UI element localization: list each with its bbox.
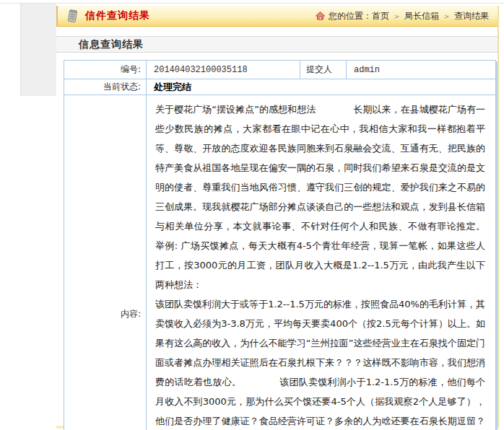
content-label: 内容: bbox=[64, 95, 147, 430]
page-header-bar: 信件查询结果 您的位置： 首页 ＞ 局长信箱 ＞ 查询结果 bbox=[56, 6, 498, 27]
content-cell: 关于樱花广场“摆设摊点”的感想和想法 长期以来，在县城樱花广场有一些少数民族的摊… bbox=[147, 95, 496, 430]
submitter-value: admin bbox=[347, 61, 496, 79]
page-top-divider bbox=[0, 3, 504, 4]
content-paragraph-2: 该团队卖馍利润大于或等于1.2--1.5万元的标准，按照食品40%的毛利计算，其… bbox=[155, 294, 485, 430]
home-icon bbox=[316, 12, 325, 20]
status-label: 当前状态: bbox=[64, 79, 147, 95]
table-row-status: 当前状态: 处理完结 bbox=[64, 79, 496, 95]
number-label: 编号: bbox=[64, 61, 147, 79]
content-paragraph-1: 关于樱花广场“摆设摊点”的感想和想法 长期以来，在县城樱花广场有一些少数民族的摊… bbox=[155, 100, 485, 294]
page-title: 信件查询结果 bbox=[85, 9, 150, 22]
number-value: 201404032100035118 bbox=[147, 61, 300, 79]
breadcrumb: 您的位置： 首页 ＞ 局长信箱 ＞ 查询结果 bbox=[316, 10, 489, 22]
breadcrumb-separator: ＞ bbox=[393, 11, 401, 22]
left-gutter bbox=[20, 4, 56, 96]
section-title: 信息查询结果 bbox=[56, 36, 498, 53]
submitter-label: 提交人 bbox=[300, 61, 347, 79]
status-value: 处理完结 bbox=[147, 79, 496, 95]
breadcrumb-mailbox[interactable]: 局长信箱 bbox=[404, 10, 439, 22]
letter-detail-table: 编号: 201404032100035118 提交人 admin 当前状态: 处… bbox=[64, 60, 496, 430]
breadcrumb-prefix: 您的位置： bbox=[329, 10, 372, 22]
breadcrumb-separator: ＞ bbox=[443, 11, 451, 22]
table-row-number: 编号: 201404032100035118 提交人 admin bbox=[64, 61, 496, 79]
table-row-content: 内容: 关于樱花广场“摆设摊点”的感想和想法 长期以来，在县城樱花广场有一些少数… bbox=[64, 95, 496, 430]
breadcrumb-query-result[interactable]: 查询结果 bbox=[454, 10, 489, 22]
main-content: 信件查询结果 您的位置： 首页 ＞ 局长信箱 ＞ 查询结果 信息查询结果 编号:… bbox=[56, 6, 499, 429]
letter-icon bbox=[65, 9, 79, 23]
breadcrumb-home[interactable]: 首页 bbox=[372, 10, 389, 22]
